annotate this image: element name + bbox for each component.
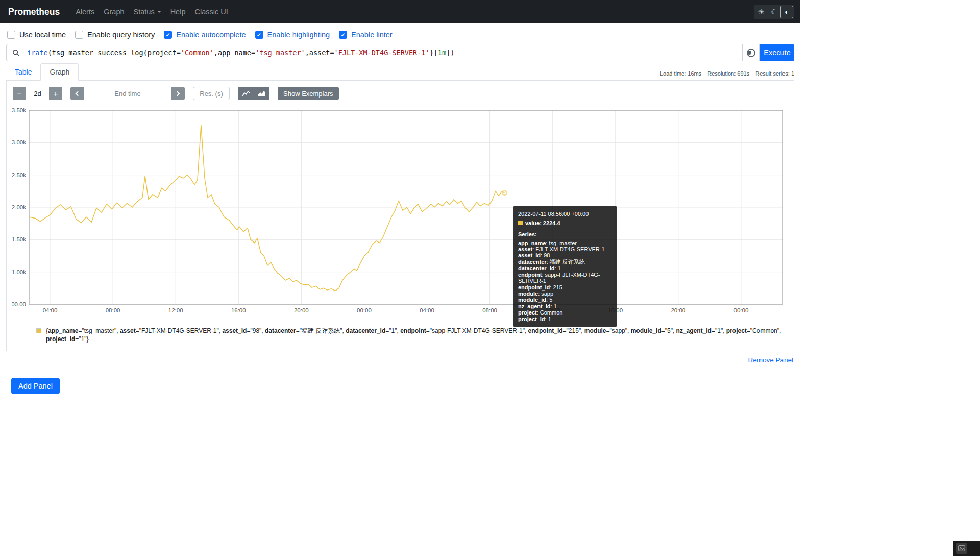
resolution: Resolution: 691s xyxy=(707,70,749,77)
svg-text:500.00: 500.00 xyxy=(12,301,26,307)
result-series: Result series: 1 xyxy=(755,70,794,77)
chart-type-toggle xyxy=(238,87,270,100)
corner-overlay[interactable] xyxy=(953,541,980,556)
svg-text:08:00: 08:00 xyxy=(482,307,497,313)
prometheus-page: Prometheus AlertsGraphStatusHelpClassic … xyxy=(0,0,800,394)
nav-item-alerts[interactable]: Alerts xyxy=(71,8,99,16)
line-chart-icon xyxy=(242,90,250,97)
checkbox-label: Enable linter xyxy=(351,31,393,39)
svg-text:2.00k: 2.00k xyxy=(12,204,26,210)
checkbox-label: Enable highlighting xyxy=(267,31,330,39)
nav-item-graph[interactable]: Graph xyxy=(99,8,129,16)
chevron-down-icon xyxy=(157,11,161,13)
resolution-input[interactable] xyxy=(193,87,230,100)
chevron-right-icon xyxy=(175,91,180,96)
legend-color-swatch xyxy=(36,328,41,333)
unchecked-checkbox-icon xyxy=(7,31,15,39)
time-forward-button[interactable] xyxy=(172,87,185,100)
load-time: Load time: 16ms xyxy=(660,70,701,77)
svg-text:08:00: 08:00 xyxy=(106,307,120,313)
legend-item[interactable]: {app_name="tsg_master", asset="FJLT-XM-D… xyxy=(36,327,789,343)
checked-checkbox-icon: ✔ xyxy=(164,31,172,39)
checkbox-use-local-time[interactable]: Use local time xyxy=(7,31,66,39)
svg-text:3.50k: 3.50k xyxy=(12,107,26,113)
chart-area: 500.001.00k1.50k2.00k2.50k3.00k3.50k04:0… xyxy=(12,106,789,319)
svg-text:12:00: 12:00 xyxy=(545,307,560,313)
svg-text:04:00: 04:00 xyxy=(43,307,58,313)
checkbox-enable-query-history[interactable]: Enable query history xyxy=(75,31,155,39)
sun-icon[interactable]: ☀ xyxy=(755,6,768,18)
metrics-explorer-icon xyxy=(747,49,755,57)
query-input[interactable]: irate(tsg_master_success_log{project='Co… xyxy=(25,49,742,57)
query-options-row: Use local timeEnable query history✔Enabl… xyxy=(0,23,800,43)
auto-theme-icon[interactable]: ◐ xyxy=(780,6,793,18)
picture-overlay-icon xyxy=(956,543,967,554)
query-input-group: irate(tsg_master_success_log{project='Co… xyxy=(6,44,743,61)
checkbox-label: Enable query history xyxy=(87,31,155,39)
checkbox-enable-autocomplete[interactable]: ✔Enable autocomplete xyxy=(164,31,246,39)
search-icon xyxy=(7,49,25,57)
tab-graph[interactable]: Graph xyxy=(40,63,79,81)
moon-icon[interactable]: ☾ xyxy=(768,6,780,18)
stacked-chart-button[interactable] xyxy=(254,87,270,100)
svg-text:04:00: 04:00 xyxy=(420,307,434,313)
remove-panel-link[interactable]: Remove Panel xyxy=(748,356,793,364)
svg-text:3.00k: 3.00k xyxy=(12,139,26,146)
checked-checkbox-icon: ✔ xyxy=(255,31,263,39)
svg-text:2.50k: 2.50k xyxy=(12,172,26,178)
nav-item-help[interactable]: Help xyxy=(166,8,190,16)
time-back-button[interactable] xyxy=(70,87,84,100)
tab-table[interactable]: Table xyxy=(6,64,40,80)
chevron-left-icon xyxy=(76,91,81,96)
show-exemplars-button[interactable]: Show Exemplars xyxy=(278,87,339,100)
query-bar: irate(tsg_master_success_log{project='Co… xyxy=(6,44,794,61)
svg-text:12:00: 12:00 xyxy=(168,307,183,313)
svg-text:16:00: 16:00 xyxy=(608,307,623,313)
legend-label-text: {app_name="tsg_master", asset="FJLT-XM-D… xyxy=(46,327,789,343)
panel-tabs: Table Graph Load time: 16ms Resolution: … xyxy=(6,63,794,81)
svg-text:00:00: 00:00 xyxy=(734,307,749,313)
theme-toggle-group: ☀☾◐ xyxy=(754,5,794,19)
navbar: Prometheus AlertsGraphStatusHelpClassic … xyxy=(0,0,800,23)
checkbox-label: Enable autocomplete xyxy=(176,31,246,39)
range-increase-button[interactable]: + xyxy=(49,87,62,100)
nav-item-status[interactable]: Status xyxy=(129,8,166,16)
range-input[interactable] xyxy=(26,87,49,100)
remove-panel-row: Remove Panel xyxy=(0,355,793,365)
stacked-chart-icon xyxy=(258,90,266,97)
range-control: − + xyxy=(13,87,62,100)
svg-text:20:00: 20:00 xyxy=(671,307,685,313)
svg-text:20:00: 20:00 xyxy=(294,307,309,313)
svg-text:1.00k: 1.00k xyxy=(12,269,26,275)
execute-button[interactable]: Execute xyxy=(760,44,794,61)
svg-text:00:00: 00:00 xyxy=(357,307,372,313)
svg-text:16:00: 16:00 xyxy=(231,307,246,313)
graph-canvas[interactable]: 500.001.00k1.50k2.00k2.50k3.00k3.50k04:0… xyxy=(12,106,786,317)
endtime-control xyxy=(70,87,185,100)
nav-item-classic-ui[interactable]: Classic UI xyxy=(190,8,232,16)
line-chart-button[interactable] xyxy=(238,87,254,100)
range-decrease-button[interactable]: − xyxy=(13,87,26,100)
unchecked-checkbox-icon xyxy=(75,31,83,39)
brand-link[interactable]: Prometheus xyxy=(8,7,60,17)
end-time-input[interactable] xyxy=(84,87,172,100)
checkbox-label: Use local time xyxy=(19,31,66,39)
query-stats: Load time: 16ms Resolution: 691s Result … xyxy=(660,70,794,80)
graph-toolbar: − + Show Exemplars xyxy=(12,86,789,104)
metrics-explorer-button[interactable] xyxy=(743,44,760,61)
svg-text:1.50k: 1.50k xyxy=(12,236,26,243)
graph-panel: − + Show Exemplars 500.001.00k1.5 xyxy=(6,81,794,351)
navbar-items: AlertsGraphStatusHelpClassic UI xyxy=(71,8,233,16)
add-panel-button[interactable]: Add Panel xyxy=(11,378,60,394)
checked-checkbox-icon: ✔ xyxy=(339,31,347,39)
checkbox-enable-linter[interactable]: ✔Enable linter xyxy=(339,31,393,39)
checkbox-enable-highlighting[interactable]: ✔Enable highlighting xyxy=(255,31,330,39)
